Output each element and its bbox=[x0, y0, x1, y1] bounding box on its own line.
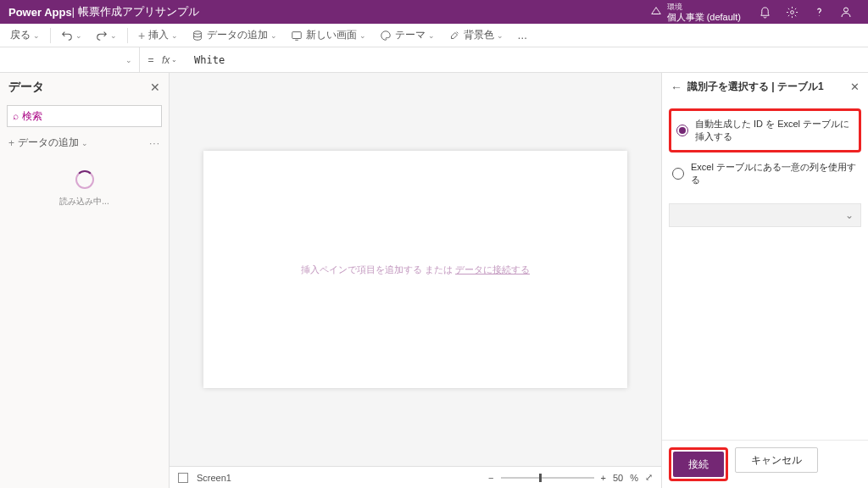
brand-label: Power Apps bbox=[8, 6, 72, 19]
command-toolbar: 戻る⌄ ⌄ ⌄ +挿入⌄ データの追加⌄ 新しい画面⌄ テーマ⌄ 背景色⌄ … bbox=[0, 24, 868, 47]
chevron-down-icon: ⌄ bbox=[359, 31, 366, 40]
chevron-down-icon: ⌄ bbox=[497, 31, 504, 40]
data-panel: データ ✕ ⌕ + データの追加 ⌄ ··· 読み込み中... bbox=[0, 73, 170, 488]
svg-point-2 bbox=[194, 30, 202, 34]
formula-bar: ⌄ = fx⌄ White bbox=[0, 47, 868, 73]
highlight-box: 接続 bbox=[669, 447, 728, 481]
chevron-down-icon: ⌄ bbox=[171, 31, 178, 40]
back-icon[interactable]: ← bbox=[670, 80, 682, 94]
screen-canvas[interactable]: 挿入ペインで項目を追加する または データに接続する bbox=[203, 151, 627, 388]
plus-icon: + bbox=[8, 137, 14, 149]
add-data-dropdown[interactable]: + データの追加 ⌄ ··· bbox=[0, 130, 169, 155]
svg-point-0 bbox=[790, 10, 793, 14]
property-selector[interactable]: ⌄ bbox=[0, 47, 140, 73]
formula-input[interactable]: White bbox=[191, 54, 868, 66]
toolbar-overflow[interactable]: … bbox=[512, 25, 532, 46]
zoom-slider[interactable] bbox=[501, 477, 594, 479]
settings-button[interactable] bbox=[778, 0, 805, 24]
chevron-down-icon: ⌄ bbox=[845, 209, 854, 221]
chevron-down-icon: ⌄ bbox=[110, 31, 117, 40]
chevron-down-icon: ⌄ bbox=[81, 139, 88, 147]
canvas-area: 挿入ペインで項目を追加する または データに接続する Screen1 − + 5… bbox=[170, 73, 661, 488]
screen-name[interactable]: Screen1 bbox=[197, 473, 231, 483]
zoom-out-icon[interactable]: − bbox=[488, 473, 493, 483]
back-button[interactable]: 戻る⌄ bbox=[5, 25, 45, 46]
column-dropdown[interactable]: ⌄ bbox=[669, 203, 861, 227]
environment-icon bbox=[650, 5, 662, 19]
search-input[interactable] bbox=[22, 110, 156, 122]
new-screen-button[interactable]: 新しい画面⌄ bbox=[286, 25, 371, 46]
canvas-hint: 挿入ペインで項目を追加する または データに接続する bbox=[301, 263, 530, 276]
search-icon: ⌕ bbox=[13, 110, 19, 122]
close-icon[interactable]: ✕ bbox=[150, 80, 160, 94]
environment-name: 個人事業 (default) bbox=[667, 12, 741, 22]
identifier-panel: ← 識別子を選択する | テーブル1 ✕ 自動生成した ID を Excel テ… bbox=[661, 73, 868, 488]
fx-button[interactable]: fx⌄ bbox=[162, 54, 191, 66]
environment-picker[interactable]: 環境 個人事業 (default) bbox=[650, 2, 741, 22]
notifications-button[interactable] bbox=[751, 0, 778, 24]
insert-button[interactable]: +挿入⌄ bbox=[133, 25, 183, 46]
highlight-box: 自動生成した ID を Excel テーブルに挿入する bbox=[669, 108, 861, 152]
chevron-down-icon: ⌄ bbox=[270, 31, 277, 40]
equals-label: = bbox=[140, 54, 162, 66]
connect-data-link[interactable]: データに接続する bbox=[455, 264, 530, 274]
bgcolor-button[interactable]: 背景色⌄ bbox=[443, 25, 509, 46]
zoom-in-icon[interactable]: + bbox=[601, 473, 606, 483]
status-bar: Screen1 − + 50 % ⤢ bbox=[170, 466, 661, 488]
close-icon[interactable]: ✕ bbox=[850, 80, 860, 93]
right-panel-title: 識別子を選択する | テーブル1 bbox=[687, 80, 850, 94]
more-icon[interactable]: ··· bbox=[149, 137, 160, 149]
chevron-down-icon: ⌄ bbox=[428, 31, 435, 40]
add-data-button[interactable]: データの追加⌄ bbox=[186, 25, 282, 46]
cancel-button[interactable]: キャンセル bbox=[735, 447, 818, 473]
zoom-control[interactable]: − + 50 % ⤢ bbox=[488, 472, 653, 483]
connect-button[interactable]: 接続 bbox=[673, 452, 724, 477]
option-auto-id[interactable]: 自動生成した ID を Excel テーブルに挿入する bbox=[673, 113, 857, 148]
account-button[interactable] bbox=[832, 0, 860, 24]
loading-indicator: 読み込み中... bbox=[0, 170, 169, 208]
brand-separator: | bbox=[72, 6, 75, 18]
environment-label: 環境 bbox=[667, 2, 741, 12]
data-search[interactable]: ⌕ bbox=[7, 105, 162, 127]
theme-button[interactable]: テーマ⌄ bbox=[375, 25, 440, 46]
svg-rect-3 bbox=[292, 31, 302, 38]
redo-button[interactable]: ⌄ bbox=[91, 25, 122, 46]
selection-checkbox[interactable] bbox=[178, 473, 188, 483]
radio-icon bbox=[676, 125, 688, 136]
fit-icon[interactable]: ⤢ bbox=[645, 472, 653, 483]
option-unique-column[interactable]: Excel テーブルにある一意の列を使用する bbox=[669, 156, 861, 191]
help-button[interactable] bbox=[805, 0, 832, 24]
undo-button[interactable]: ⌄ bbox=[56, 25, 87, 46]
chevron-down-icon: ⌄ bbox=[33, 31, 40, 40]
svg-point-1 bbox=[844, 8, 849, 12]
zoom-value: 50 bbox=[613, 473, 623, 483]
chevron-down-icon: ⌄ bbox=[75, 31, 82, 40]
app-header: Power Apps | 帳票作成アプリサンプル 環境 個人事業 (defaul… bbox=[0, 0, 868, 24]
data-panel-title: データ bbox=[8, 80, 150, 95]
zoom-unit: % bbox=[630, 473, 638, 483]
app-title: 帳票作成アプリサンプル bbox=[78, 4, 199, 19]
spinner-icon bbox=[75, 170, 94, 189]
radio-icon bbox=[672, 168, 684, 180]
